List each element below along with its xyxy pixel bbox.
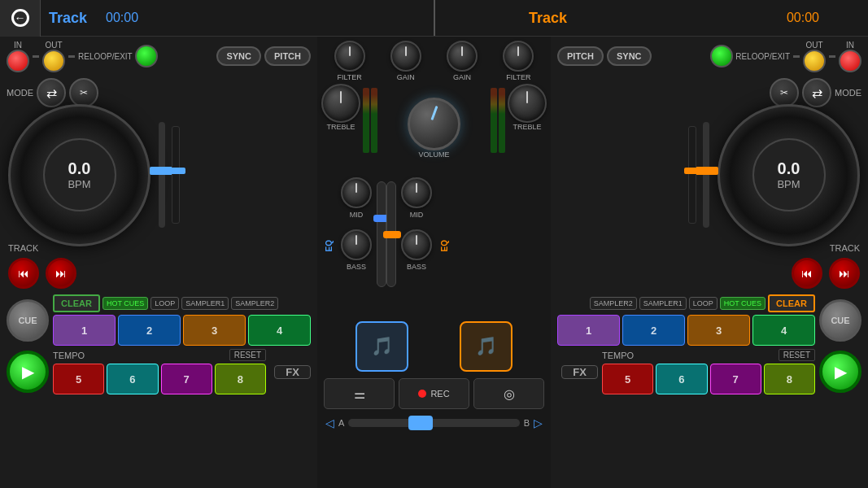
add-track-right-button[interactable]: 🎵 (460, 321, 513, 372)
tab-sampler2-left[interactable]: SAMPLER2 (231, 297, 278, 310)
crossfader-row: ◁ A B ▷ (317, 412, 551, 434)
rec-dot-icon (418, 390, 426, 398)
target-button[interactable]: ◎ (473, 378, 544, 409)
in-button[interactable] (7, 50, 29, 72)
pad-right-1[interactable]: 1 (557, 315, 620, 346)
mid-left-section: MID BASS (336, 177, 377, 315)
play-button-left[interactable]: ▶ (7, 351, 49, 393)
pad-left-8[interactable]: 8 (215, 364, 266, 394)
rec-button[interactable]: REC (399, 378, 469, 409)
crossfader-right-chevron[interactable]: ▷ (534, 416, 543, 429)
track-next-left[interactable]: ⏭ (46, 258, 76, 289)
bpm-label-left: BPM (68, 178, 90, 190)
turntable-inner-right: 0.0 BPM (752, 138, 826, 211)
play-button-right[interactable]: ▶ (819, 351, 861, 393)
bass-right-knob[interactable] (401, 229, 432, 260)
pitch-track-right (703, 122, 709, 228)
back-button[interactable]: ← (0, 0, 41, 37)
tab-loop-right[interactable]: LOOP (689, 297, 718, 310)
mode-button-1-right[interactable]: ⇄ (802, 78, 831, 107)
deck-right: IN OUT RELOOP/EXIT SYNC PITCH (551, 37, 868, 488)
adjust-button[interactable]: ⚌ (324, 378, 395, 409)
crossfader-track[interactable] (348, 419, 519, 427)
tab-sampler2-right[interactable]: SAMPLER2 (590, 297, 637, 310)
clear-button-left[interactable]: CLEAR (53, 294, 100, 312)
filter-right-knob[interactable] (503, 41, 534, 72)
fader-right-handle[interactable] (383, 231, 401, 238)
sync-button-right[interactable]: SYNC (607, 46, 652, 66)
pad-left-5[interactable]: 5 (53, 364, 104, 394)
reset-button-left[interactable]: RESET (229, 349, 266, 361)
eq-fader-right[interactable] (688, 126, 696, 224)
bpm-label-right: BPM (777, 178, 800, 190)
pitch-button-right[interactable]: PITCH (557, 46, 604, 66)
pad-left-4[interactable]: 4 (248, 315, 311, 346)
volume-knob[interactable] (408, 98, 460, 150)
bpm-value-right: 0.0 (778, 159, 800, 178)
track-buttons-left: ⏮ ⏭ (8, 258, 309, 289)
add-track-left-button[interactable]: 🎵 (355, 321, 408, 372)
add-track-row: 🎵 🎵 (317, 317, 551, 376)
tab-hot-cues-left[interactable]: HOT CUES (103, 297, 148, 310)
eq-handle-right[interactable] (684, 168, 702, 174)
cue-pad-section-right: CUE CLEAR HOT CUES LOOP SAMPLER1 SAMPLER… (551, 292, 868, 488)
in-button-right[interactable] (839, 50, 861, 72)
tempo-label-row-right: TEMPO RESET (602, 349, 815, 361)
eq-label-left-container: EQ (321, 177, 336, 315)
crossfader-handle[interactable] (408, 416, 433, 430)
tab-loop-left[interactable]: LOOP (150, 297, 179, 310)
pad-left-7[interactable]: 7 (161, 364, 212, 394)
gain-left-knob[interactable] (390, 41, 421, 72)
filter-left-knob[interactable] (334, 41, 365, 72)
pad-tab-row-left: CLEAR HOT CUES LOOP SAMPLER1 SAMPLER2 (53, 294, 311, 312)
pad-left-2[interactable]: 2 (118, 315, 181, 346)
pad-right-3[interactable]: 3 (687, 315, 750, 346)
pad-right-2[interactable]: 2 (622, 315, 685, 346)
cue-button-right[interactable]: CUE (819, 299, 861, 342)
reset-button-right[interactable]: RESET (779, 349, 815, 361)
out-button-right[interactable] (803, 50, 826, 72)
reloop-button-right[interactable] (710, 45, 733, 68)
mode-button-2-left[interactable]: ✂ (69, 78, 98, 107)
eq-fader-left[interactable] (172, 126, 180, 224)
cue-button-left[interactable]: CUE (7, 299, 49, 342)
tab-sampler1-right[interactable]: SAMPLER1 (639, 297, 687, 310)
fx-button-right[interactable]: FX (561, 365, 598, 379)
treble-left-knob[interactable] (321, 84, 360, 123)
pad-right-4[interactable]: 4 (752, 315, 815, 346)
pad-right-6[interactable]: 6 (656, 364, 707, 394)
track-next-right[interactable]: ⏭ (829, 258, 860, 289)
eq-handle-left[interactable] (168, 168, 185, 174)
mode-button-1-left[interactable]: ⇄ (37, 78, 66, 107)
pad-left-3[interactable]: 3 (183, 315, 246, 346)
mode-button-2-right[interactable]: ✂ (770, 78, 799, 107)
mid-right-knob[interactable] (401, 177, 432, 208)
pad-right-5[interactable]: 5 (602, 364, 653, 394)
pad-right-8[interactable]: 8 (764, 364, 815, 394)
reloop-group: RELOOP/EXIT (78, 45, 158, 68)
crossfader-left-chevron[interactable]: ◁ (325, 416, 334, 429)
turntable-left[interactable]: 0.0 BPM (8, 104, 150, 246)
track-prev-right[interactable]: ⏮ (792, 258, 822, 289)
tab-sampler1-left[interactable]: SAMPLER1 (181, 297, 229, 310)
adjust-icon: ⚌ (354, 386, 365, 402)
pitch-button[interactable]: PITCH (264, 46, 311, 66)
tab-hot-cues-right[interactable]: HOT CUES (720, 297, 765, 310)
bpm-value-left: 0.0 (68, 159, 91, 178)
sync-button[interactable]: SYNC (216, 46, 261, 66)
gain-right-knob[interactable] (447, 41, 478, 72)
bass-left-knob[interactable] (341, 229, 372, 260)
mid-left-knob[interactable] (341, 177, 372, 208)
mixer-fader-section: EQ MID BASS (317, 175, 551, 317)
out-button[interactable] (42, 50, 65, 72)
gain-left-container: GAIN (390, 41, 421, 81)
treble-right-knob[interactable] (508, 84, 547, 123)
pad-left-6[interactable]: 6 (107, 364, 158, 394)
pad-left-1[interactable]: 1 (53, 315, 116, 346)
clear-button-right[interactable]: CLEAR (768, 294, 815, 312)
track-prev-left[interactable]: ⏮ (8, 258, 39, 289)
pad-right-7[interactable]: 7 (710, 364, 761, 394)
reloop-button[interactable] (135, 45, 158, 68)
turntable-right[interactable]: 0.0 BPM (718, 104, 860, 246)
fx-button-left[interactable]: FX (274, 365, 311, 379)
